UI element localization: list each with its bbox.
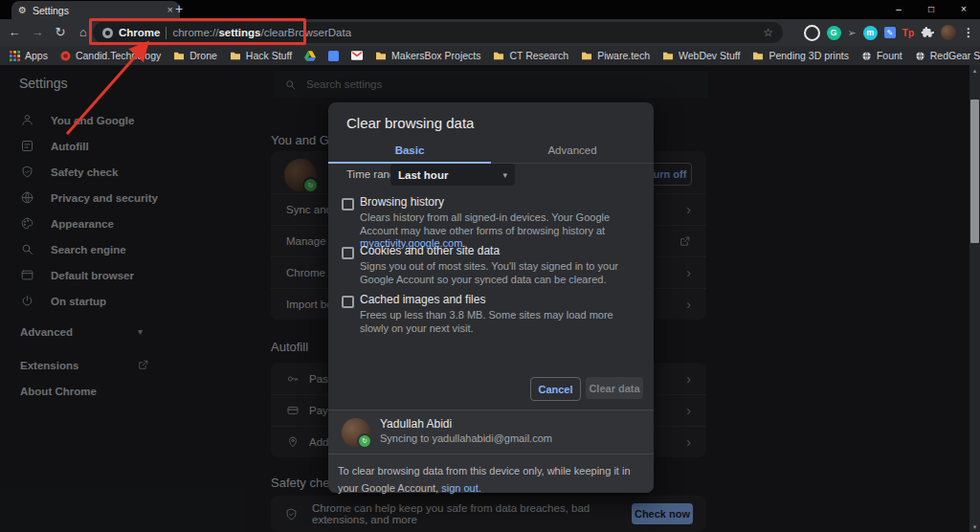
bookmark-folder-ct-research[interactable]: CT Research <box>493 50 568 61</box>
tab-title: Settings <box>33 5 162 16</box>
browser-menu-icon[interactable]: ⋮ <box>963 26 974 39</box>
extension-icons: G ➢ m ✎ Tp ⋮ <box>789 19 974 46</box>
dialog-account-name: Yadullah Abidi <box>380 417 452 431</box>
window-controls: – □ × <box>882 0 980 19</box>
minimize-button[interactable]: – <box>882 0 915 19</box>
dialog-account-avatar: ↻ <box>342 418 370 447</box>
time-range-select[interactable]: Last hour ▾ <box>390 164 515 186</box>
bookmark-apps[interactable]: Apps <box>10 50 48 61</box>
tab-basic[interactable]: Basic <box>328 139 491 163</box>
reload-icon[interactable]: ↻ <box>52 19 69 46</box>
extension-icon-gauge[interactable] <box>804 25 820 41</box>
folder-icon <box>230 51 241 60</box>
cookies-desc: Signs you out of most sites. You'll stay… <box>360 260 640 286</box>
dialog-account-status: Syncing to yadullahabidi@gmail.com <box>380 432 552 444</box>
annotation-highlight-box <box>89 18 306 45</box>
clear-data-button[interactable]: Clear data <box>586 377 643 399</box>
sync-badge-icon: ↻ <box>357 433 372 449</box>
bookmark-star-icon[interactable]: ☆ <box>763 26 773 39</box>
time-range-row: Time range Last hour ▾ <box>328 164 654 187</box>
folder-icon <box>581 51 592 60</box>
extension-icon-tp[interactable]: Tp <box>902 28 914 38</box>
bookmark-redgear[interactable]: RedGear Support <box>915 50 980 61</box>
extension-icon-pencil[interactable]: ✎ <box>884 27 896 38</box>
bookmark-blue-app[interactable] <box>328 51 339 61</box>
chevron-down-icon: ▾ <box>502 170 507 180</box>
drive-icon <box>304 51 316 61</box>
cookies-title: Cookies and other site data <box>360 244 640 257</box>
cached-images-checkbox[interactable] <box>342 296 354 308</box>
tab-settings[interactable]: ⚙ Settings × <box>11 1 180 19</box>
titlebar: ⚙ Settings × + – □ × <box>0 0 980 19</box>
scrollbar-thumb[interactable] <box>970 100 979 243</box>
cookies-checkbox[interactable] <box>342 247 354 259</box>
bookmark-drive[interactable] <box>304 51 316 61</box>
browsing-history-checkbox[interactable] <box>342 198 354 211</box>
bookmark-folder-piware[interactable]: Piware.tech <box>581 50 650 61</box>
bookmarks-bar: Apps Candid.Technology Drone Hack Stuff … <box>0 46 980 65</box>
back-icon[interactable]: ← <box>6 19 23 46</box>
cached-images-title: Cached images and files <box>360 293 640 306</box>
folder-icon <box>173 51 185 60</box>
sign-out-link[interactable]: sign out <box>441 482 479 494</box>
clear-browsing-data-dialog: Clear browsing data Basic Advanced Time … <box>328 102 654 493</box>
folder-icon <box>662 51 674 60</box>
bookmark-folder-webdev[interactable]: WebDev Stuff <box>662 50 740 61</box>
profile-avatar[interactable] <box>941 25 956 40</box>
globe-icon <box>915 51 925 61</box>
bookmark-candid-technology[interactable]: Candid.Technology <box>60 50 161 61</box>
dialog-buttons: Cancel Clear data <box>530 377 643 401</box>
bookmark-folder-pending-prints[interactable]: Pending 3D prints <box>752 50 848 61</box>
extension-icon-bird[interactable]: ➢ <box>848 27 857 39</box>
tab-advanced[interactable]: Advanced <box>491 139 654 163</box>
folder-icon <box>375 51 387 60</box>
dialog-tabs: Basic Advanced <box>328 139 654 164</box>
settings-gear-icon: ⚙ <box>18 6 27 15</box>
bookmark-gmail[interactable] <box>351 51 363 60</box>
maximize-button[interactable]: □ <box>915 0 947 19</box>
close-button[interactable]: × <box>947 0 980 19</box>
browsing-history-title: Browsing history <box>360 195 640 209</box>
scroll-down-icon[interactable]: ▾ <box>969 521 980 532</box>
site-red-icon <box>60 51 71 61</box>
cancel-button[interactable]: Cancel <box>530 377 581 401</box>
extension-icon-grammarly[interactable]: G <box>827 26 841 40</box>
bookmark-folder-hack-stuff[interactable]: Hack Stuff <box>230 50 292 61</box>
dialog-account-section: ↻ Yadullah Abidi Syncing to yadullahabid… <box>328 410 654 454</box>
new-tab-button[interactable]: + <box>175 1 183 16</box>
bookmark-folder-makersbox[interactable]: MakersBox Projects <box>375 50 480 61</box>
bookmark-fount[interactable]: Fount <box>861 50 902 61</box>
dialog-footer: To clear browsing data from this device … <box>328 454 654 493</box>
time-range-value: Last hour <box>398 169 448 181</box>
globe-icon <box>861 51 872 61</box>
dialog-title: Clear browsing data <box>346 115 474 131</box>
blue-app-icon <box>328 51 339 61</box>
bookmark-folder-drone[interactable]: Drone <box>173 50 217 61</box>
cached-images-desc: Frees up less than 3.8 MB. Some sites ma… <box>360 309 640 335</box>
extensions-puzzle-icon[interactable] <box>921 26 934 39</box>
folder-icon <box>752 51 764 60</box>
gmail-icon <box>351 51 363 60</box>
page-scrollbar[interactable]: ▴ ▾ <box>969 65 980 532</box>
tab-close-icon[interactable]: × <box>167 5 173 15</box>
extension-icon-m[interactable]: m <box>863 26 878 40</box>
forward-icon[interactable]: → <box>29 19 46 46</box>
apps-grid-icon <box>10 51 20 61</box>
folder-icon <box>493 51 504 60</box>
scroll-up-icon[interactable]: ▴ <box>969 65 980 76</box>
